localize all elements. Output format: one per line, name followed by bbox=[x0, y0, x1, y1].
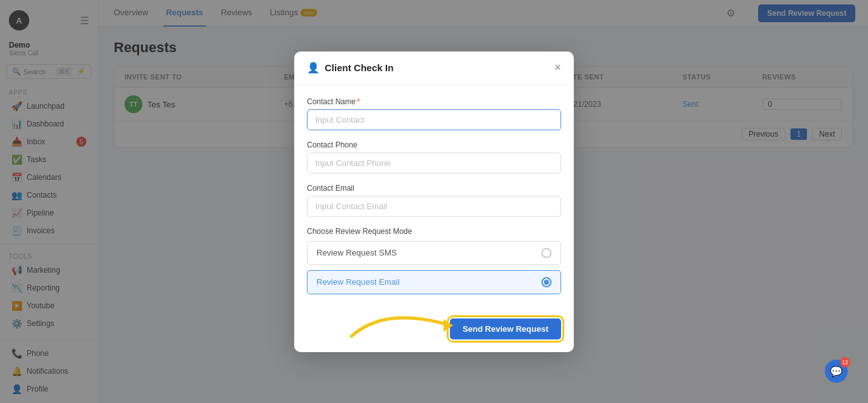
contact-phone-label: Contact Phone bbox=[307, 140, 561, 149]
client-check-in-modal: 👤 Client Check In × Contact Name* Contac… bbox=[294, 51, 574, 352]
modal-overlay: 👤 Client Check In × Contact Name* Contac… bbox=[0, 0, 868, 403]
review-email-label: Review Request Email bbox=[316, 277, 400, 287]
review-sms-option[interactable]: Review Request SMS bbox=[307, 241, 561, 265]
review-sms-label: Review Request SMS bbox=[316, 248, 397, 257]
modal-send-review-request-button[interactable]: Send Review Request bbox=[450, 318, 561, 339]
contact-name-group: Contact Name* bbox=[307, 97, 561, 130]
chat-badge: 12 bbox=[840, 357, 850, 367]
radio-sms-circle bbox=[541, 248, 552, 258]
modal-title: Client Check In bbox=[325, 62, 393, 73]
review-email-option[interactable]: Review Request Email bbox=[307, 270, 561, 294]
chat-icon: 💬 bbox=[830, 365, 843, 378]
contact-name-label: Contact Name* bbox=[307, 97, 561, 106]
user-check-icon: 👤 bbox=[307, 62, 320, 74]
required-marker: * bbox=[357, 97, 360, 106]
radio-email-circle bbox=[541, 277, 552, 287]
contact-phone-input[interactable] bbox=[307, 153, 561, 174]
modal-footer: Send Review Request bbox=[294, 311, 574, 352]
review-mode-label: Choose Review Request Mode bbox=[307, 227, 561, 236]
contact-email-group: Contact Email bbox=[307, 184, 561, 217]
modal-body: Contact Name* Contact Phone Contact Emai… bbox=[294, 85, 574, 311]
contact-email-input[interactable] bbox=[307, 196, 561, 217]
modal-header: 👤 Client Check In × bbox=[294, 51, 574, 85]
contact-email-label: Contact Email bbox=[307, 184, 561, 193]
review-mode-group: Choose Review Request Mode Review Reques… bbox=[307, 227, 561, 294]
contact-name-input[interactable] bbox=[307, 109, 561, 130]
modal-close-button[interactable]: × bbox=[554, 62, 561, 73]
chat-bubble-button[interactable]: 💬 12 bbox=[825, 360, 848, 383]
contact-phone-group: Contact Phone bbox=[307, 140, 561, 174]
